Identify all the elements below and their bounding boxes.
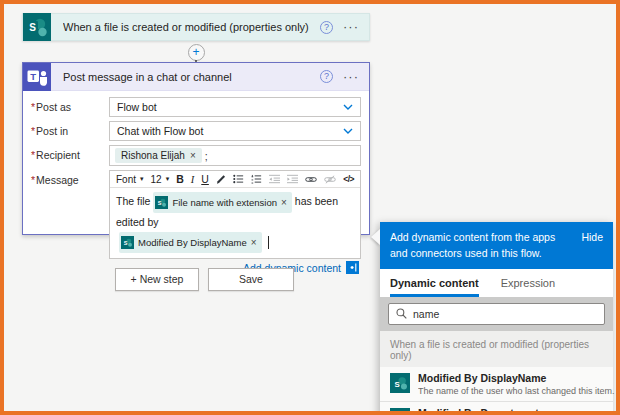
bold-button[interactable]: B — [176, 173, 184, 185]
panel-tabs: Dynamic content Expression — [380, 269, 613, 297]
svg-text:S: S — [124, 240, 128, 246]
link-icon[interactable] — [305, 175, 317, 184]
insert-step-button[interactable]: + — [188, 44, 205, 61]
sharepoint-icon: S — [121, 236, 134, 249]
panel-header: Add dynamic content from the apps and co… — [380, 222, 613, 269]
teams-icon: T — [23, 63, 51, 91]
text-color-icon[interactable] — [216, 174, 226, 185]
tab-dynamic-content[interactable]: Dynamic content — [390, 271, 479, 297]
more-menu-icon[interactable]: ··· — [343, 72, 359, 82]
search-box[interactable] — [388, 303, 605, 325]
panel-beak — [371, 229, 380, 245]
dynamic-content-panel: Add dynamic content from the apps and co… — [380, 222, 613, 415]
action-title: Post message in a chat or channel — [63, 71, 320, 83]
text-cursor — [268, 236, 269, 249]
message-content[interactable]: The fileSFile name with extension×has be… — [110, 188, 360, 258]
search-input[interactable] — [413, 308, 597, 320]
dynamic-token-chip[interactable]: SFile name with extension× — [153, 192, 291, 213]
font-family-dropdown[interactable]: Font▾ — [116, 174, 144, 185]
recipient-label: *Recipient — [31, 145, 109, 161]
search-icon — [396, 308, 407, 319]
sharepoint-icon: S — [390, 373, 410, 393]
underline-button[interactable]: U — [201, 173, 209, 185]
recipient-field[interactable]: Rishona Elijah × ; — [109, 145, 361, 166]
more-menu-icon[interactable]: ··· — [343, 22, 359, 32]
add-dynamic-content-icon[interactable] — [346, 261, 359, 274]
message-editor[interactable]: Font▾ 12▾ B I U </> — [109, 170, 361, 259]
post-as-dropdown[interactable]: Flow bot — [109, 97, 361, 117]
remove-chip-icon[interactable]: × — [251, 233, 257, 252]
panel-section-title: When a file is created or modified (prop… — [380, 331, 613, 367]
svg-text:T: T — [30, 70, 36, 81]
help-icon[interactable]: ? — [320, 70, 333, 83]
message-text: The file — [116, 195, 150, 207]
chevron-down-icon — [343, 128, 353, 134]
message-label: *Message — [31, 170, 109, 186]
remove-chip-icon[interactable]: × — [190, 150, 196, 161]
new-step-button[interactable]: + New step — [115, 268, 199, 291]
numbered-list-icon[interactable] — [251, 174, 262, 184]
recipient-chip[interactable]: Rishona Elijah × — [115, 148, 202, 163]
dynamic-content-list: S Modified By DisplayNameThe name of the… — [380, 367, 613, 415]
rich-text-toolbar: Font▾ 12▾ B I U </> — [110, 171, 360, 188]
remove-chip-icon[interactable]: × — [281, 193, 287, 212]
help-icon[interactable]: ? — [320, 21, 333, 34]
tab-expression[interactable]: Expression — [501, 271, 555, 297]
search-band — [380, 297, 613, 331]
dynamic-content-item[interactable]: S Modified By DepartmentDepartment name … — [380, 401, 613, 415]
sharepoint-icon: S — [155, 196, 168, 209]
unlink-icon — [324, 175, 336, 184]
dynamic-token-chip[interactable]: SModified By DisplayName× — [119, 232, 262, 253]
save-button[interactable]: Save — [208, 268, 294, 291]
action-card-header[interactable]: T Post message in a chat or channel ? ··… — [23, 63, 369, 91]
flow-designer-canvas: S When a file is created or modified (pr… — [0, 0, 620, 415]
svg-text:S: S — [29, 22, 36, 33]
dynamic-content-item[interactable]: S Modified By DisplayNameThe name of the… — [380, 367, 613, 401]
sharepoint-icon: S — [390, 408, 410, 415]
font-size-dropdown[interactable]: 12▾ — [151, 174, 170, 185]
svg-text:S: S — [158, 200, 162, 206]
trigger-title: When a file is created or modified (prop… — [63, 21, 320, 33]
code-view-button[interactable]: </> — [343, 174, 354, 184]
trigger-card[interactable]: S When a file is created or modified (pr… — [22, 13, 370, 41]
recipient-suffix: ; — [205, 150, 208, 162]
hide-button[interactable]: Hide — [581, 229, 603, 245]
post-in-label: *Post in — [31, 121, 109, 137]
italic-button[interactable]: I — [191, 174, 195, 185]
outdent-icon — [269, 174, 280, 184]
bullet-list-icon[interactable] — [233, 174, 244, 184]
svg-text:S: S — [395, 379, 400, 388]
post-in-dropdown[interactable]: Chat with Flow bot — [109, 121, 361, 141]
indent-icon — [287, 174, 298, 184]
chevron-down-icon — [343, 104, 353, 110]
post-as-label: *Post as — [31, 97, 109, 113]
sharepoint-icon: S — [23, 13, 51, 41]
action-card[interactable]: T Post message in a chat or channel ? ··… — [22, 62, 370, 235]
